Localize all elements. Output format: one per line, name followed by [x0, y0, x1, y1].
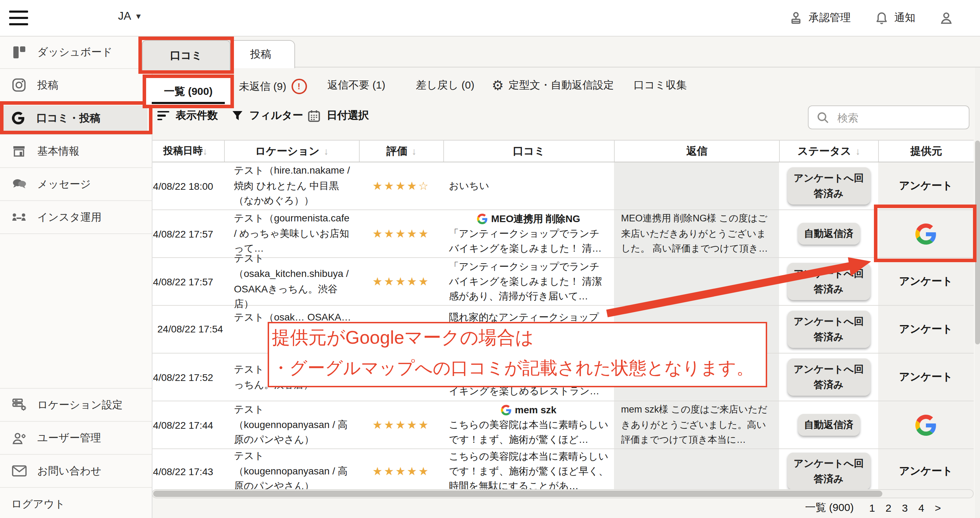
column-header-review: 口コミ	[443, 140, 614, 162]
subtab-no-reply-needed[interactable]: 返信不要 (1)	[328, 79, 385, 92]
subtab-no-reply-needed-label: 返信不要 (1)	[328, 79, 385, 92]
review-date: 24/08/22 18:00	[152, 180, 213, 191]
table-row[interactable]: 24/08/22 18:00 テスト（hire.tan.nakame / 焼肉 …	[152, 163, 974, 210]
tab-reviews[interactable]: 口コミ	[142, 40, 231, 70]
alert-icon: !	[291, 79, 307, 94]
horizontal-scrollbar[interactable]	[152, 489, 974, 498]
stamp-icon	[789, 11, 803, 25]
review-date: 24/08/22 17:43	[152, 465, 213, 477]
sidebar-bottom-group: ロケーション設定 ユーザー管理 お問い合わせ ログアウト	[0, 388, 152, 518]
language-selector[interactable]: JA ▼	[118, 10, 142, 22]
subtab-unreplied[interactable]: 未返信 (9) !	[239, 79, 307, 94]
tab-posts[interactable]: 投稿	[226, 40, 295, 68]
store-icon	[11, 143, 27, 159]
column-header-status[interactable]: ステータス↓	[779, 140, 878, 162]
sidebar-item-reviews-posts[interactable]: 口コミ・投稿	[0, 102, 152, 135]
sidebar-item-location-settings[interactable]: ロケーション設定	[0, 389, 152, 422]
sort-icon: ↓	[203, 145, 208, 157]
table-row[interactable]: 24/08/22 17:44 テスト（kougennopanyasan / 高原…	[152, 401, 974, 449]
subtab-templates-autoreply[interactable]: ⚙ 定型文・自動返信設定	[492, 79, 614, 92]
subtab-templates-label: 定型文・自動返信設定	[509, 79, 614, 92]
language-label: JA	[118, 10, 131, 22]
search-input[interactable]	[836, 111, 958, 124]
annotation-frame-reviews-tab: 口コミ	[138, 37, 234, 74]
sidebar-item-posts[interactable]: 投稿	[0, 69, 152, 102]
annotation-frame-sidebar	[0, 101, 153, 134]
status-button[interactable]: 自動返信済	[798, 414, 859, 436]
sidebar-item-dashboard[interactable]: ダッシュボード	[0, 36, 152, 69]
status-button[interactable]: アンケートへ回答済み	[787, 167, 870, 205]
sidebar-item-label: ユーザー管理	[37, 431, 101, 445]
display-count-button[interactable]: 表示件数	[158, 109, 218, 122]
sort-icon: ↓	[324, 145, 329, 157]
tab-posts-label: 投稿	[250, 48, 271, 61]
search-box[interactable]	[808, 105, 969, 129]
subtab-returned[interactable]: 差し戻し (0)	[416, 79, 474, 92]
page-4[interactable]: 4	[916, 502, 926, 514]
sidebar-item-user-management[interactable]: ユーザー管理	[0, 422, 152, 455]
review-date: 24/08/22 17:54	[158, 322, 223, 337]
sidebar-item-label: メッセージ	[37, 177, 91, 191]
star-rating: ★★★★★	[359, 210, 443, 257]
annotation-line1: 提供元がGoogleマークの場合は	[272, 327, 766, 349]
review-text: おいちい	[449, 179, 608, 193]
status-button[interactable]: アンケートへ回答済み	[787, 453, 870, 490]
star-rating: ★★★★★	[359, 401, 443, 448]
sidebar-item-contact[interactable]: お問い合わせ	[0, 455, 152, 488]
sidebar-item-logout[interactable]: ログアウト	[0, 488, 152, 518]
subtab-review-collection[interactable]: 口コミ収集	[634, 79, 687, 92]
notifications-label: 通知	[894, 11, 915, 25]
chat-bubbles-icon	[11, 177, 27, 192]
sidebar-item-label: 基本情報	[37, 144, 80, 158]
review-text: 「アンティークショップでランチバイキングを楽しみました！ 清…	[449, 226, 608, 256]
page-2[interactable]: 2	[883, 502, 894, 514]
screenshot-stage: JA ▼ 承認管理 通知	[0, 0, 980, 518]
vertical-scrollbar[interactable]	[975, 67, 980, 518]
scrollbar-thumb[interactable]	[153, 491, 882, 497]
column-header-date[interactable]: 投稿日時↓	[152, 140, 224, 162]
filter-label: フィルター	[250, 109, 303, 122]
chevron-down-icon: ▼	[135, 12, 142, 21]
hamburger-menu-icon[interactable]	[9, 11, 28, 25]
approval-management-button[interactable]: 承認管理	[789, 11, 851, 25]
bell-icon	[875, 11, 889, 25]
provider-label: アンケート	[899, 275, 953, 288]
sidebar-item-instagram-ops[interactable]: インスタ運用	[0, 201, 152, 234]
reviewer-name: mem szk	[449, 403, 608, 418]
date-select-button[interactable]: 日付選択	[308, 109, 369, 122]
review-location: テスト（gourmenista.cafe / めっちゃ美味しいお店知って…	[234, 211, 352, 257]
table-header-row: 投稿日時↓ ロケーション↓ 評価↓ 口コミ 返信 ステータス↓ 提供元	[152, 140, 974, 163]
column-header-provider: 提供元	[878, 140, 974, 162]
subtab-list[interactable]: 一覧 (900)	[146, 78, 231, 105]
review-date: 24/08/22 17:57	[152, 228, 213, 239]
provider-label: アンケート	[899, 323, 953, 336]
page-1[interactable]: 1	[867, 502, 877, 514]
tab-reviews-label: 口コミ	[170, 49, 202, 62]
page-3[interactable]: 3	[900, 502, 910, 514]
sidebar: ダッシュボード 投稿 口コミ・投稿 基本情報	[0, 36, 153, 518]
search-icon	[817, 112, 829, 123]
column-header-location[interactable]: ロケーション↓	[224, 140, 359, 162]
notifications-button[interactable]: 通知	[875, 11, 915, 25]
annotation-line2: ・グーグルマップへの口コミが記載された状態となります。	[272, 357, 766, 378]
review-date: 24/08/22 17:52	[152, 371, 213, 383]
filter-button[interactable]: フィルター	[232, 109, 303, 122]
pagination: 一覧 (900) 1 2 3 4 >	[805, 501, 943, 515]
annotation-frame-list-subtab: 一覧 (900)	[143, 75, 234, 108]
status-button[interactable]: 自動返信済	[798, 222, 859, 245]
reply-text: mem szk様 この度はご来店いただきありがとうございました。高い評価までつけ…	[621, 402, 772, 448]
review-location: テスト（kougennopanyasan / 高原のパンやさん）	[234, 449, 352, 493]
sidebar-item-messages[interactable]: メッセージ	[0, 168, 152, 201]
sidebar-item-basic-info[interactable]: 基本情報	[0, 135, 152, 168]
topbar-actions: 承認管理 通知	[789, 0, 953, 36]
account-icon[interactable]	[939, 11, 953, 25]
table-row[interactable]: 24/08/22 17:43 テスト（kougennopanyasan / 高原…	[152, 449, 974, 493]
column-header-rating[interactable]: 評価↓	[359, 140, 443, 162]
date-select-label: 日付選択	[327, 109, 369, 122]
next-page-chevron[interactable]: >	[932, 502, 943, 514]
google-g-icon	[915, 414, 937, 435]
star-rating: ★★★★★	[359, 449, 443, 493]
location-settings-icon	[11, 397, 27, 413]
status-button[interactable]: アンケートへ回答済み	[787, 359, 870, 396]
review-text: 「アンティークショップでランチバイキングを楽しみました！ 清潔感があり、清掃が行…	[449, 259, 608, 304]
